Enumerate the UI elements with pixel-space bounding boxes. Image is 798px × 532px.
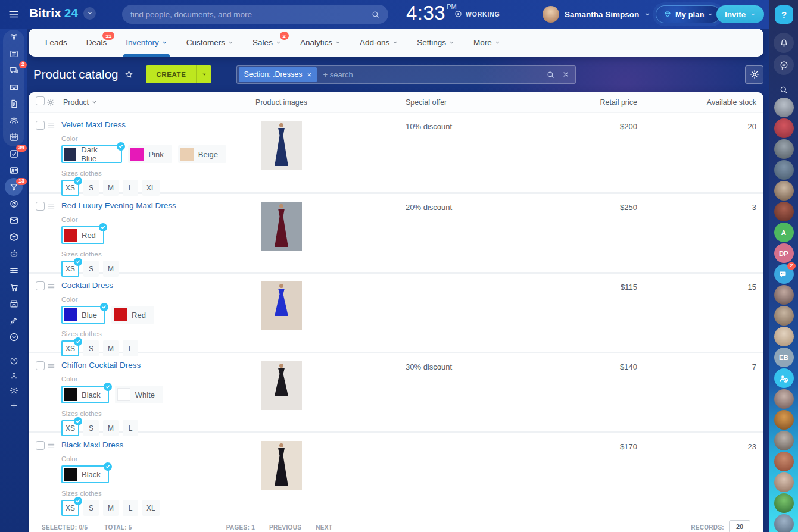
nav-item-settings[interactable]: Settings — [407, 29, 464, 57]
avatar-man-gray[interactable] — [774, 139, 794, 159]
color-option[interactable]: White — [115, 386, 163, 403]
size-option[interactable]: M — [103, 340, 119, 356]
global-search-input[interactable]: find people, documents, and more — [122, 5, 388, 24]
sidebar-item-inbox-drawer[interactable] — [0, 79, 27, 95]
records-per-page-select[interactable]: 20 — [729, 520, 750, 532]
row-checkbox[interactable] — [36, 202, 45, 211]
my-plan-button[interactable]: My plan — [656, 5, 721, 23]
size-option[interactable]: XL — [142, 180, 160, 196]
next-page-link[interactable]: NEXT — [316, 524, 332, 531]
size-option[interactable]: L — [123, 500, 138, 516]
sidebar-item-cart[interactable] — [0, 278, 27, 295]
nav-item-add-ons[interactable]: Add-ons — [350, 29, 407, 57]
size-option[interactable]: M — [103, 261, 119, 277]
product-image[interactable] — [261, 121, 302, 170]
color-option[interactable]: Black — [61, 465, 109, 483]
size-option[interactable]: M — [103, 180, 119, 196]
product-link[interactable]: Black Maxi Dress — [61, 440, 123, 449]
product-image[interactable] — [261, 441, 302, 490]
nav-item-inventory[interactable]: Inventory — [116, 29, 177, 57]
sidebar-item-target[interactable] — [0, 195, 27, 212]
sidebar-item-collab[interactable] — [0, 29, 27, 45]
avatar-woman-red-top[interactable] — [774, 118, 794, 138]
column-header-price[interactable]: Retail price — [524, 98, 637, 107]
size-option[interactable]: XS — [61, 261, 79, 277]
sidebar-item-storefront[interactable] — [0, 295, 27, 312]
create-dropdown-button[interactable] — [197, 65, 211, 83]
avatar-man-beard[interactable] — [774, 431, 794, 450]
avatar-woman-curly[interactable] — [774, 181, 794, 201]
size-option[interactable]: S — [83, 180, 99, 196]
column-header-stock[interactable]: Available stock — [637, 98, 763, 107]
sidebar-item-chevron-circle[interactable] — [0, 328, 27, 345]
nav-item-leads[interactable]: Leads — [36, 29, 77, 57]
avatar-initials[interactable]: EB — [774, 348, 794, 367]
size-option[interactable]: L — [123, 340, 138, 356]
drag-handle-icon[interactable] — [46, 274, 60, 356]
product-link[interactable]: Red Luxury Evening Maxi Dress — [61, 201, 176, 210]
size-option[interactable]: S — [83, 340, 99, 356]
product-link[interactable]: Cocktail Dress — [61, 281, 113, 290]
grid-settings-button[interactable] — [745, 65, 763, 84]
nav-item-sales[interactable]: Sales2 — [243, 29, 291, 57]
nav-item-analytics[interactable]: Analytics — [291, 29, 350, 57]
rightbar-search-button[interactable] — [769, 85, 798, 95]
sidebar-item-document[interactable] — [0, 95, 27, 112]
sidebar-item-chat[interactable]: 2 — [0, 62, 27, 79]
color-option[interactable]: Beige — [178, 145, 226, 163]
drag-handle-icon[interactable] — [46, 433, 60, 516]
sidebar-item-share-nodes[interactable] — [0, 368, 27, 383]
avatar-woman-waving[interactable] — [774, 472, 794, 492]
working-status[interactable]: WORKING — [454, 10, 500, 18]
sidebar-item-contact-card[interactable] — [0, 162, 27, 179]
avatar-woman-blonde[interactable] — [774, 327, 794, 346]
sidebar-item-ai-robot[interactable] — [0, 245, 27, 262]
avatar-tiger[interactable] — [774, 410, 794, 430]
user-menu[interactable]: Samantha Simpson — [543, 6, 650, 23]
bitrix24-logo[interactable]: Bitrix24 — [29, 6, 96, 20]
row-checkbox[interactable] — [36, 361, 45, 370]
avatar-person-clock[interactable] — [774, 368, 794, 388]
nav-item-customers[interactable]: Customers — [177, 29, 243, 57]
sidebar-item-plus[interactable] — [0, 398, 27, 413]
invite-button[interactable]: Invite — [716, 5, 764, 23]
filter-search-bar[interactable]: Section: .Dresses + search — [236, 65, 576, 84]
color-option[interactable]: Blue — [61, 306, 105, 324]
avatar-group-chat[interactable]: 2 — [774, 264, 794, 284]
sidebar-item-tasks-check[interactable]: 39 — [0, 145, 27, 162]
product-link[interactable]: Chiffon Cocktail Dress — [61, 361, 141, 370]
remove-filter-icon[interactable] — [307, 72, 312, 77]
avatar-man-suit[interactable] — [774, 98, 794, 117]
star-icon[interactable] — [124, 70, 134, 80]
color-option[interactable]: Red — [111, 306, 154, 324]
column-header-product[interactable]: Product — [60, 98, 232, 107]
row-checkbox[interactable] — [36, 121, 45, 130]
drag-handle-icon[interactable] — [46, 113, 60, 196]
drag-handle-icon[interactable] — [46, 353, 60, 436]
columns-settings-icon[interactable] — [46, 98, 60, 107]
size-option[interactable]: S — [83, 500, 99, 516]
help-button[interactable]: ? — [775, 5, 793, 24]
avatar-man-headscarf[interactable] — [774, 306, 794, 326]
search-icon[interactable] — [546, 70, 555, 79]
drag-handle-icon[interactable] — [46, 194, 60, 277]
color-option[interactable]: Dark Blue — [61, 145, 122, 163]
size-option[interactable]: XL — [142, 500, 160, 516]
sidebar-item-sliders[interactable] — [0, 262, 27, 278]
avatar-woman-redhead[interactable] — [774, 452, 794, 471]
chevron-down-icon[interactable] — [83, 7, 96, 20]
sidebar-item-product-box[interactable] — [0, 229, 27, 245]
product-image[interactable] — [261, 281, 302, 330]
sidebar-item-crm-funnel[interactable]: 13 — [0, 179, 27, 195]
sidebar-item-news-feed[interactable] — [0, 45, 27, 62]
size-option[interactable]: S — [83, 420, 99, 436]
avatar-partial-avatar[interactable] — [774, 514, 794, 532]
avatar-woman-smiling[interactable] — [774, 389, 794, 409]
size-option[interactable]: XS — [61, 500, 79, 516]
sidebar-item-help-circle[interactable] — [0, 353, 27, 368]
size-option[interactable]: XS — [61, 420, 79, 436]
rightbar-bell-button[interactable] — [774, 33, 794, 53]
row-checkbox[interactable] — [36, 281, 45, 290]
avatar-initials[interactable]: A — [774, 223, 794, 242]
product-image[interactable] — [261, 202, 302, 251]
